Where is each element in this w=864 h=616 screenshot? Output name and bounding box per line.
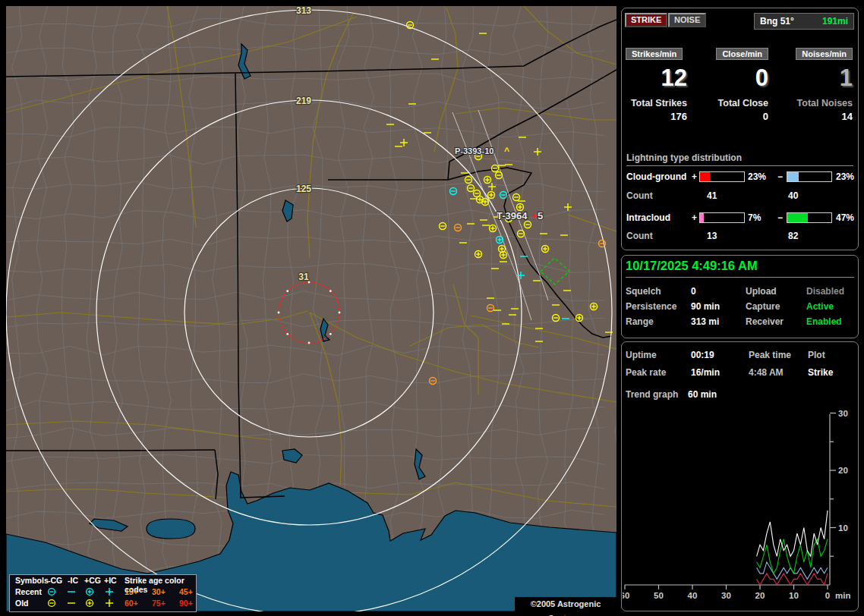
counters-panel: STRIKE NOISE Bng 51° 191mi Strikes/min 1… [621, 8, 859, 250]
distribution-row: Intracloud + 7% − 47% [626, 212, 853, 225]
session-row: Uptime 00:19 Peak time Plot [626, 350, 854, 363]
total-value: 176 [626, 111, 687, 122]
neg-bar [787, 171, 832, 182]
pos-cg-icon [85, 587, 94, 596]
distribution-count-row: Count 13 82 [626, 231, 853, 243]
dist-label: Intracloud [626, 212, 670, 223]
ring-label: 219 [296, 96, 311, 106]
total-label: Total Noises [791, 98, 853, 108]
status-value: Disabled [806, 286, 844, 297]
svg-text:40: 40 [688, 591, 698, 600]
status-row: Persistence 90 min Capture Active [626, 301, 854, 315]
svg-text:30: 30 [721, 591, 731, 600]
status-value: 313 mi [691, 316, 719, 327]
session-label: Peak time [749, 350, 791, 360]
session-value: Strike [808, 367, 833, 378]
lightning-map[interactable]: 31321912531P-3393-10^T-3964+5 [6, 6, 616, 611]
minus-sign: − [777, 171, 783, 182]
bearing-range: 191mi [822, 14, 848, 29]
neg-ic-icon [67, 587, 76, 596]
total-value: 0 [707, 111, 768, 122]
legend-row-label: Recent [15, 587, 42, 596]
copyright-text: ©2005 Astrogenic Systems [515, 597, 616, 611]
status-label: Capture [746, 301, 780, 312]
svg-text:5: 5 [538, 210, 543, 222]
dist-label: Cloud-ground [626, 171, 686, 182]
svg-text:min: min [835, 591, 850, 600]
status-row: Squelch 0 Upload Disabled [626, 286, 854, 300]
rate-value: 12 [626, 64, 687, 92]
legend-row-label: Old [15, 599, 29, 608]
age-code: 45+ [179, 587, 193, 596]
svg-text:30: 30 [838, 409, 848, 418]
pos-count: 13 [707, 231, 717, 241]
legend-col-pic: +IC [104, 576, 117, 585]
session-label: 4:48 AM [749, 367, 784, 378]
legend-col-ncg: -CG [48, 576, 62, 585]
legend-header: Symbols [15, 576, 49, 585]
minus-sign: − [777, 212, 783, 223]
neg-bar [787, 212, 832, 223]
legend-row: Old 60+ 75+ 90+ [14, 599, 194, 610]
map-symbol-legend: Symbols -CG -IC +CG +IC Strike age color… [9, 574, 197, 612]
session-label: Uptime [626, 350, 657, 360]
ring-label: 125 [296, 184, 311, 194]
session-row: Peak rate 16/min 4:48 AM Strike [626, 367, 854, 381]
counter-chip: Strikes/min [626, 48, 683, 60]
bearing-label: Bng 51° [760, 14, 794, 29]
status-label: Range [626, 316, 654, 327]
trend-graph-chart: 1020306050403020100min [623, 407, 856, 609]
status-value: 0 [691, 286, 696, 297]
status-panel: 10/17/2025 4:49:16 AM Squelch 0 Upload D… [621, 255, 859, 338]
svg-text:10: 10 [789, 591, 799, 600]
svg-text:10: 10 [838, 523, 848, 533]
total-label: Total Close [707, 98, 768, 108]
storm-cell-label: P-3393-10 [455, 146, 493, 156]
age-code: 15+ [125, 587, 138, 596]
ring-label: 313 [296, 6, 311, 16]
status-label: Persistence [626, 301, 676, 312]
status-label: Receiver [746, 316, 784, 327]
age-code: 30+ [152, 587, 166, 596]
rate-value: 0 [707, 64, 768, 92]
trend-series-pos-cg [757, 574, 828, 585]
status-value: Active [806, 301, 834, 312]
total-label: Total Strikes [626, 98, 687, 108]
total-value: 14 [791, 111, 853, 122]
svg-text:20: 20 [755, 591, 765, 600]
counter-col-2: Noises/min 1 Total Noises 14 [791, 48, 853, 122]
pos-ic-icon [105, 599, 114, 608]
app-window: 31321912531P-3393-10^T-3964+5 Symbols -C… [0, 0, 864, 616]
neg-cg-icon [47, 587, 56, 596]
session-value: 00:19 [691, 350, 714, 360]
status-row: Range 313 mi Receiver Enabled [626, 316, 854, 330]
session-label: Peak rate [626, 367, 666, 378]
noise-mode-button[interactable]: NOISE [668, 13, 706, 27]
strike-mode-button[interactable]: STRIKE [625, 13, 667, 27]
svg-text:60: 60 [623, 591, 629, 600]
age-code: 75+ [152, 599, 166, 608]
legend-col-nic: -IC [68, 576, 78, 585]
distribution-row: Cloud-ground + 23% − 23% [626, 171, 853, 184]
counter-col-1: Close/min 0 Total Close 0 [707, 48, 768, 122]
neg-pct: 23% [836, 171, 854, 182]
session-value: 16/min [691, 367, 720, 378]
legend-row: Recent 15+ 30+ 45+ [14, 587, 194, 599]
count-label: Count [626, 231, 653, 241]
pos-count: 41 [707, 190, 717, 201]
neg-pct: 47% [836, 212, 854, 223]
datetime-readout: 10/17/2025 4:49:16 AM [626, 259, 854, 278]
plus-sign: + [692, 212, 697, 223]
pos-pct: 23% [748, 171, 766, 182]
ring-label: 31 [298, 272, 309, 282]
distribution-count-row: Count 41 40 [626, 190, 853, 203]
status-value: Enabled [806, 316, 842, 327]
trend-panel: Uptime 00:19 Peak time PlotPeak rate 16/… [621, 341, 859, 611]
distribution-title: Lightning type distribution [626, 152, 853, 166]
counter-chip: Noises/min [796, 48, 853, 60]
status-label: Squelch [626, 286, 661, 297]
counter-col-0: Strikes/min 12 Total Strikes 176 [626, 48, 687, 122]
svg-text:20: 20 [838, 466, 848, 475]
pos-cg-icon [85, 599, 94, 608]
plus-sign: + [692, 171, 697, 182]
